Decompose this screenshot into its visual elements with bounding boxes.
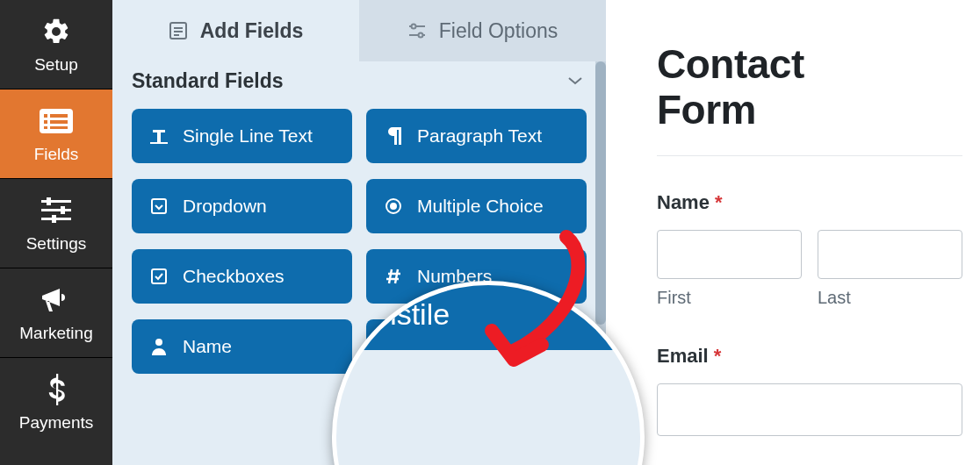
radio-icon — [384, 197, 403, 216]
section-standard-fields[interactable]: Standard Fields — [112, 61, 606, 100]
checkbox-icon — [149, 267, 169, 286]
tab-label: Add Fields — [200, 19, 304, 43]
sidebar-label: Fields — [34, 145, 79, 164]
sidebar-item-setup[interactable]: Setup — [0, 0, 112, 89]
first-name-input[interactable] — [657, 230, 802, 279]
paragraph-icon — [384, 126, 403, 146]
email-input[interactable] — [657, 383, 962, 436]
bullhorn-icon — [40, 283, 73, 317]
list-icon — [40, 104, 73, 138]
panel-tabs: Add Fields Field Options — [112, 0, 606, 61]
svg-rect-22 — [152, 199, 166, 213]
form-preview: Contact Form Name* First Last Email* — [613, 0, 980, 465]
svg-rect-6 — [50, 126, 68, 129]
sidebar-item-fields[interactable]: Fields — [0, 89, 112, 179]
field-label: Single Line Text — [183, 125, 313, 147]
text-icon — [149, 126, 169, 146]
sidebar-label: Setup — [34, 55, 78, 75]
svg-rect-3 — [44, 120, 47, 124]
email-label: Email* — [657, 345, 962, 368]
name-label: Name* — [657, 191, 962, 214]
tab-label: Field Options — [439, 19, 558, 43]
svg-rect-8 — [41, 209, 71, 211]
field-label: Dropdown — [183, 196, 267, 217]
options-icon — [407, 21, 427, 40]
field-label: Multiple Choice — [417, 196, 544, 217]
person-icon — [149, 337, 169, 356]
sidebar-label: Payments — [19, 413, 93, 433]
svg-rect-4 — [50, 120, 68, 124]
field-checkboxes[interactable]: Checkboxes — [132, 249, 352, 304]
form-icon — [169, 21, 188, 40]
dollar-icon — [40, 373, 73, 406]
sidebar-item-marketing[interactable]: Marketing — [0, 268, 112, 358]
first-name-sublabel: First — [657, 288, 802, 308]
hash-icon — [384, 267, 403, 286]
svg-point-19 — [411, 25, 415, 29]
field-paragraph-text[interactable]: Paragraph Text — [366, 109, 587, 163]
last-name-sublabel: Last — [818, 288, 962, 308]
svg-rect-12 — [52, 215, 56, 223]
sidebar-label: Settings — [26, 234, 87, 254]
svg-rect-21 — [150, 142, 168, 144]
field-single-line-text[interactable]: Single Line Text — [132, 109, 352, 163]
sidebar-item-settings[interactable]: Settings — [0, 179, 112, 268]
dropdown-icon — [149, 197, 169, 216]
field-label: Checkboxes — [183, 266, 285, 287]
svg-rect-7 — [41, 200, 71, 203]
field-dropdown[interactable]: Dropdown — [132, 179, 352, 233]
field-multiple-choice[interactable]: Multiple Choice — [366, 179, 587, 233]
sliders-icon — [40, 194, 73, 227]
gear-icon — [40, 15, 73, 48]
field-label: Paragraph Text — [417, 125, 542, 147]
chevron-down-icon — [567, 76, 583, 85]
scrollbar-thumb[interactable] — [595, 61, 606, 325]
last-name-input[interactable] — [818, 230, 962, 279]
svg-line-29 — [395, 269, 398, 283]
svg-rect-5 — [44, 126, 47, 129]
sidebar-label: Marketing — [19, 324, 92, 343]
divider — [657, 155, 962, 156]
svg-point-24 — [391, 204, 396, 209]
svg-line-28 — [389, 269, 392, 283]
section-title: Standard Fields — [132, 69, 284, 93]
svg-rect-1 — [44, 114, 47, 118]
field-name[interactable]: Name — [132, 319, 352, 374]
tab-add-fields[interactable]: Add Fields — [112, 0, 359, 61]
svg-point-30 — [155, 339, 162, 346]
svg-rect-11 — [61, 206, 65, 214]
svg-rect-25 — [152, 269, 166, 283]
svg-rect-10 — [47, 197, 51, 205]
field-label: Name — [183, 336, 232, 357]
svg-point-20 — [418, 33, 422, 38]
sidebar-item-payments[interactable]: Payments — [0, 358, 112, 447]
main-sidebar: Setup Fields Settings Marketing Payments — [0, 0, 112, 465]
tab-field-options[interactable]: Field Options — [359, 0, 606, 61]
form-title: Contact Form — [657, 42, 962, 132]
svg-rect-2 — [50, 114, 68, 118]
